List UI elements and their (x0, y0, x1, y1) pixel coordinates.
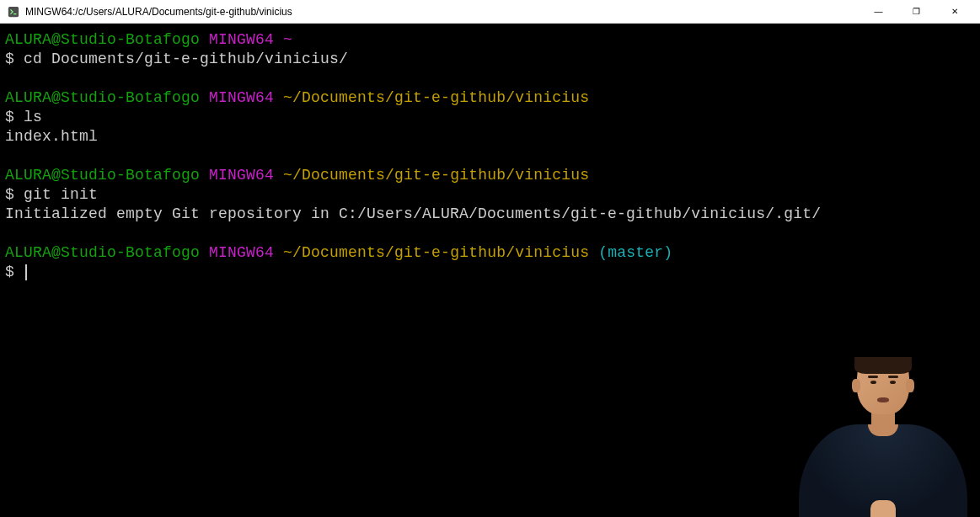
command-line: $ cd Documents/git-e-github/vinicius/ (5, 50, 975, 69)
mingw-label: MINGW64 (209, 89, 274, 106)
path: ~/Documents/git-e-github/vinicius (283, 244, 589, 261)
space (274, 244, 283, 261)
command-line: $ git init (5, 185, 975, 205)
user-host: ALURA@Studio-Botafogo (5, 31, 200, 48)
user-host: ALURA@Studio-Botafogo (5, 89, 200, 106)
prompt-dollar: $ (5, 186, 24, 203)
space (200, 167, 209, 184)
blank-line (5, 69, 975, 88)
output-line: Initialized empty Git repository in C:/U… (5, 205, 975, 224)
prompt-dollar: $ (5, 264, 24, 280)
blank-line (5, 224, 975, 243)
prompt-dollar: $ (5, 51, 24, 67)
blank-line (5, 147, 975, 166)
app-icon (7, 5, 20, 19)
space (274, 89, 283, 106)
terminal-window: MINGW64:/c/Users/ALURA/Documents/git-e-g… (0, 0, 980, 517)
mingw-label: MINGW64 (209, 167, 274, 184)
prompt-line: ALURA@Studio-Botafogo MINGW64 ~ (5, 30, 975, 50)
mingw-label: MINGW64 (209, 244, 274, 261)
window-controls: — ❐ ✕ (860, 0, 973, 24)
titlebar[interactable]: MINGW64:/c/Users/ALURA/Documents/git-e-g… (0, 0, 980, 24)
cursor (25, 264, 27, 281)
command-text: ls (24, 109, 42, 125)
command-line: $ ls (5, 108, 975, 127)
command-text: cd Documents/git-e-github/vinicius/ (24, 51, 348, 67)
minimize-button[interactable]: — (860, 0, 897, 24)
command-line: $ (5, 263, 975, 282)
prompt-dollar: $ (5, 109, 24, 125)
svg-rect-0 (8, 6, 19, 16)
space (589, 244, 598, 261)
prompt-line: ALURA@Studio-Botafogo MINGW64 ~/Document… (5, 166, 975, 185)
space (274, 167, 283, 184)
path: ~/Documents/git-e-github/vinicius (283, 89, 589, 106)
close-button[interactable]: ✕ (935, 0, 973, 24)
prompt-line: ALURA@Studio-Botafogo MINGW64 ~/Document… (5, 88, 975, 108)
path: ~ (283, 31, 292, 48)
presenter-webcam (795, 357, 972, 517)
titlebar-title: MINGW64:/c/Users/ALURA/Documents/git-e-g… (25, 6, 860, 18)
maximize-button[interactable]: ❐ (897, 0, 935, 24)
command-text: git init (24, 186, 98, 203)
space (200, 244, 209, 261)
space (200, 31, 209, 48)
path: ~/Documents/git-e-github/vinicius (283, 167, 589, 184)
prompt-line: ALURA@Studio-Botafogo MINGW64 ~/Document… (5, 243, 975, 263)
user-host: ALURA@Studio-Botafogo (5, 167, 200, 184)
mingw-label: MINGW64 (209, 31, 274, 48)
output-line: index.html (5, 127, 975, 147)
branch: (master) (598, 244, 672, 261)
user-host: ALURA@Studio-Botafogo (5, 244, 200, 261)
space (274, 31, 283, 48)
terminal-body[interactable]: ALURA@Studio-Botafogo MINGW64 ~$ cd Docu… (0, 24, 980, 517)
space (200, 89, 209, 106)
